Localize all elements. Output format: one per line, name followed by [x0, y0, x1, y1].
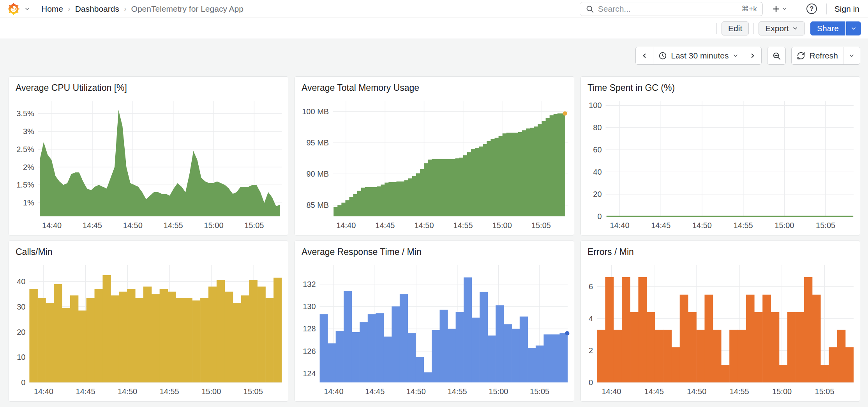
x-axis-tick-label: 14:55	[730, 387, 749, 396]
chevron-down-icon	[849, 53, 855, 59]
time-shift-forward-button[interactable]	[744, 47, 761, 64]
x-axis-tick-label: 15:05	[816, 221, 835, 230]
y-axis-tick-label: 0	[597, 212, 602, 221]
y-axis-tick-label: 30	[17, 303, 25, 311]
series-bar	[29, 289, 37, 382]
panel-title[interactable]: Calls/Min	[9, 241, 53, 257]
refresh-interval-button[interactable]	[843, 47, 860, 64]
series-bar	[95, 289, 103, 382]
edit-button[interactable]: Edit	[722, 21, 749, 35]
series-bar	[688, 312, 697, 382]
share-button[interactable]: Share	[810, 21, 845, 35]
chart-viz[interactable]: 024614:4014:4514:5014:5515:0015:05	[585, 261, 856, 398]
x-axis-tick-label: 15:00	[774, 221, 794, 230]
series-bar	[721, 365, 730, 382]
panel: Time Spent in GC (%)02040608010014:4014:…	[580, 76, 860, 235]
time-range-picker-button[interactable]: Last 30 minutes	[653, 47, 744, 64]
panel: Average Response Time / Min1241261281301…	[295, 241, 574, 402]
chart-viz[interactable]: 1%1.5%2%2.5%3%3.5%14:4014:4514:5014:5515…	[13, 97, 284, 232]
x-axis-tick-label: 14:45	[644, 387, 664, 396]
x-axis-tick-label: 14:45	[365, 387, 385, 396]
chart-svg: 1%1.5%2%2.5%3%3.5%14:4014:4514:5014:5515…	[13, 97, 284, 232]
panel-title[interactable]: Average Total Memory Usage	[295, 77, 419, 93]
search-placeholder: Search...	[598, 4, 737, 14]
series-bar	[62, 308, 70, 382]
series-bar	[344, 291, 352, 382]
x-axis-tick-label: 14:55	[164, 221, 183, 230]
divider	[716, 23, 717, 34]
series-bar	[111, 296, 119, 382]
dashboard-toolbar: Edit Export Share	[0, 18, 868, 39]
series-bar	[504, 324, 512, 382]
series-bar	[787, 312, 796, 382]
panel: Calls/Min01020304014:4014:4514:5014:5515…	[9, 241, 288, 402]
chart-viz[interactable]: 85 MB90 MB95 MB100 MB14:4014:4514:5014:5…	[299, 97, 570, 232]
x-axis-tick-label: 15:05	[531, 221, 551, 230]
y-axis-tick-label: 130	[303, 302, 316, 311]
series-bar	[152, 294, 160, 382]
series-bar	[241, 296, 249, 382]
export-button[interactable]: Export	[759, 21, 805, 35]
latest-point-dot	[563, 111, 567, 116]
latest-point-dot	[565, 331, 570, 335]
series-bar	[102, 275, 111, 382]
grafana-logo[interactable]	[7, 2, 20, 16]
sign-in-link[interactable]: Sign in	[834, 4, 859, 14]
series-bar	[614, 330, 622, 382]
y-axis-tick-label: 100 MB	[302, 107, 329, 116]
time-range-label: Last 30 minutes	[671, 51, 729, 60]
series-bar	[440, 310, 448, 382]
chart-viz[interactable]: 12412612813013214:4014:4514:5014:5515:00…	[299, 261, 570, 398]
series-area	[333, 113, 565, 216]
series-bar	[829, 347, 837, 382]
chevron-left-icon	[641, 52, 648, 59]
series-bar	[168, 292, 176, 382]
x-axis-tick-label: 14:50	[123, 221, 143, 230]
breadcrumb-item-home[interactable]: Home	[41, 4, 63, 14]
y-axis-tick-label: 1.5%	[16, 180, 34, 189]
series-bar	[78, 311, 86, 382]
search-input[interactable]: Search... ⌘+k	[580, 2, 763, 16]
chart-viz[interactable]: 01020304014:4014:4514:5014:5515:0015:05	[13, 261, 284, 398]
chart-viz[interactable]: 02040608010014:4014:4514:5014:5515:0015:…	[585, 97, 856, 232]
keyboard-shortcut-badge: ⌘+k	[741, 4, 757, 13]
panel-title[interactable]: Average CPU Utilization [%]	[9, 77, 127, 93]
x-axis-tick-label: 14:50	[414, 221, 434, 230]
series-bar	[257, 287, 265, 382]
x-axis-tick-label: 14:50	[118, 387, 137, 396]
series-bar	[352, 332, 360, 382]
x-axis-tick-label: 15:05	[243, 387, 263, 396]
chevron-down-icon[interactable]	[23, 5, 31, 13]
x-axis-tick-label: 15:05	[530, 387, 549, 396]
panel-title[interactable]: Time Spent in GC (%)	[581, 77, 675, 93]
y-axis-tick-label: 80	[593, 123, 602, 132]
panel-title[interactable]: Errors / Min	[581, 241, 634, 257]
series-bar	[320, 314, 328, 382]
series-bar	[729, 330, 738, 382]
refresh-button[interactable]: Refresh	[792, 47, 843, 64]
series-area	[40, 110, 280, 216]
series-bar	[559, 333, 568, 382]
panel-title[interactable]: Average Response Time / Min	[295, 241, 422, 257]
divider	[797, 4, 797, 14]
series-bar	[480, 292, 488, 382]
breadcrumb: Home › Dashboards › OpenTelemetry for Le…	[41, 4, 243, 14]
series-bar	[46, 303, 54, 382]
series-bar	[127, 289, 135, 382]
zoom-out-icon	[772, 51, 781, 60]
top-navigation-bar: Home › Dashboards › OpenTelemetry for Le…	[0, 0, 868, 18]
breadcrumb-item-dashboards[interactable]: Dashboards	[75, 4, 119, 14]
series-bar	[812, 295, 821, 382]
help-button[interactable]: ?	[805, 2, 819, 16]
x-axis-tick-label: 15:00	[489, 387, 508, 396]
share-menu-button[interactable]	[846, 21, 861, 35]
plus-icon	[771, 4, 781, 14]
x-axis-tick-label: 14:45	[83, 221, 102, 230]
series-bar	[265, 298, 273, 382]
time-shift-back-button[interactable]	[636, 47, 653, 64]
x-axis-tick-label: 14:40	[324, 387, 344, 396]
x-axis-tick-label: 14:40	[336, 221, 356, 230]
add-button[interactable]	[770, 3, 789, 15]
series-bar	[520, 317, 528, 382]
zoom-out-button[interactable]	[767, 47, 785, 64]
